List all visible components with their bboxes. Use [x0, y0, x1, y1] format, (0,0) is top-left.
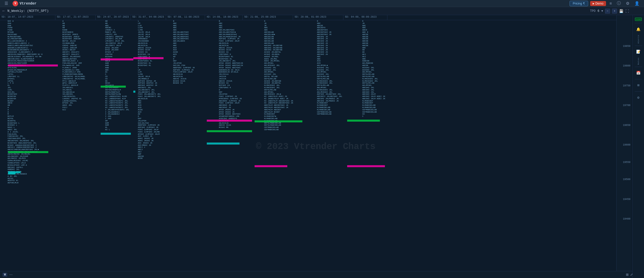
price-label-19850: 19850 — [623, 45, 630, 48]
bell-icon: 🔔 — [636, 27, 640, 31]
settings-icon-btn[interactable]: ⚙ — [634, 94, 642, 102]
tpo-dropdown[interactable]: ▼ — [601, 10, 603, 13]
secondary-left: ← N_Weekly: (NIFTY_SPT) — [0, 9, 590, 13]
mp-column-6: B ABC ABC ABC ABCJKLABCFGHI ABCJKLABCFGH… — [219, 20, 243, 129]
poc-bar-5 — [207, 120, 252, 122]
grid-view-button[interactable]: ⊞ — [626, 273, 629, 276]
w-badge: W — [3, 273, 7, 277]
poc-bar-9 — [347, 120, 380, 122]
secondary-right: TPO 6 ▼ − + 💾 ⛶ — [590, 9, 644, 14]
grid-icon-btn[interactable]: ⊞ — [634, 81, 642, 89]
demo-button[interactable]: Demo — [590, 1, 606, 6]
cal-icon: 📅 — [636, 71, 640, 75]
tpo-value: 6 — [597, 9, 599, 13]
price-label-19400: 19400 — [623, 218, 630, 220]
mp-column-7: K JK JK ABC ABC ABCDELAB ABCDELAB● ABCDE… — [264, 20, 293, 131]
divider-2 — [635, 46, 642, 46]
time-section-8: 5D: 04-09_ 08-09-2023 — [343, 15, 387, 20]
hamburger-button[interactable]: ☰ — [3, 1, 10, 6]
top-nav-bar: ☰ V Vtrender Pricing ₹ Demo ≡ ⓘ ⚙ 👤 — [0, 0, 644, 7]
vah-bar-7 — [255, 165, 287, 167]
val-bar-3 — [133, 91, 135, 93]
nav-right: Pricing ₹ Demo ≡ ⓘ ⚙ 👤 — [570, 0, 644, 7]
price-label-19650: 19650 — [623, 124, 630, 127]
price-label-19500: 19500 — [623, 178, 630, 181]
grid-icon: ⊞ — [637, 83, 639, 87]
price-label-19700: 19700 — [623, 104, 630, 107]
mp-column-2: A AB AB AB KAAB BCDFGKBCD BCDFGHI JKBCD … — [62, 20, 85, 111]
poc-bar-7 — [255, 120, 302, 122]
time-section-5: 4D: 14-08_ 18-08-2023 — [205, 15, 243, 20]
alerts-icon[interactable]: 🔔 — [634, 25, 642, 33]
vah-bar-1 — [8, 151, 48, 153]
logo-text: Vtrender — [20, 2, 36, 6]
back-button[interactable]: ← — [3, 9, 5, 13]
mp-column-1: GHI A GHA GAB FGAB FGAB MFGAB MACEFABC B… — [8, 20, 43, 184]
divider-4 — [635, 79, 642, 79]
val-bar-1b — [8, 172, 16, 175]
notes-icon[interactable]: 📝 — [634, 48, 642, 56]
price-label-19600: 19600 — [623, 144, 630, 146]
vah-bar-5 — [207, 130, 252, 132]
price-label-19800: 19800 — [623, 64, 630, 67]
mp-column-5: B ABC ABC ABC ABC ABCJKLABCFGHI ABCJKLAB… — [173, 20, 195, 84]
chart-title: N_Weekly: (NIFTY_SPT) — [8, 9, 49, 13]
secondary-bar: ← N_Weekly: (NIFTY_SPT) TPO 6 ▼ − + 💾 ⛶ — [0, 7, 644, 15]
mp-column-9: K JK ABC ABC ABCD ABC E ABCDE ABCDE ABCD… — [362, 20, 385, 118]
dots-menu-button[interactable]: ⋯ — [9, 273, 13, 276]
calendar-icon[interactable]: 📅 — [634, 69, 642, 77]
tpo-plus-button[interactable]: + — [612, 9, 617, 14]
tpo-label: TPO — [590, 9, 596, 13]
time-section-0: 5D: 10-07_ 14-07-2023 — [0, 15, 55, 20]
bottom-bar: W ⋯ ⊞ ⤢ ⊡ ✕ — [0, 271, 644, 278]
val-bar-2 — [101, 133, 131, 135]
save-button[interactable]: 💾 — [619, 9, 623, 13]
tpo-minus-button[interactable]: − — [605, 9, 610, 14]
mp-column-3: AB AB ABC ABCBC LMABCI J MABCI JKL LMACF… — [105, 20, 129, 131]
menu-icon-button[interactable]: ≡ — [608, 1, 613, 6]
notepad-icon: 📝 — [636, 50, 640, 54]
info-icon-button[interactable]: ⓘ — [615, 0, 622, 7]
vah-bar-9 — [347, 165, 385, 167]
price-label-19450: 19450 — [623, 198, 630, 201]
vah-bar-2 — [101, 86, 126, 88]
pricing-button[interactable]: Pricing ₹ — [570, 1, 588, 6]
bottom-left: W ⋯ — [3, 273, 13, 277]
gear-icon: ⚙ — [637, 95, 639, 100]
poc-bar-1 — [8, 64, 58, 66]
time-section-6: 5D: 21-08_ 25-08-2023 — [243, 15, 293, 20]
watermark: © 2023 Vtrender Charts — [256, 142, 375, 152]
divider-1 — [635, 23, 642, 23]
time-section-2: 5D: 24-07_ 28-07-2023 — [96, 15, 131, 20]
chart-area: 5D: 10-07_ 14-07-20235D: 17-07_ 21-07-20… — [0, 15, 631, 278]
nav-left: ☰ V Vtrender — [0, 1, 36, 6]
val-bar-5 — [207, 143, 239, 145]
divider-3 — [635, 67, 642, 67]
expand-button[interactable]: ⛶ — [625, 9, 629, 13]
poc-bar-2 — [101, 58, 133, 60]
right-sidebar: Live 🔔 Alerts 📝 Notes 📅 ⊞ ⚙ — [632, 15, 644, 278]
divider-5 — [635, 91, 642, 92]
time-section-7: 5D: 28-08_ 01-09-2023 — [293, 15, 343, 20]
time-section-4: 5D: 07-08_ 11-08-2023 — [166, 15, 205, 20]
time-section-1: 5D: 17-07_ 21-07-2023 — [55, 15, 96, 20]
time-section-3: 5D: 31-07_ 04-08-2023 — [131, 15, 166, 20]
time-header: 5D: 10-07_ 14-07-20235D: 17-07_ 21-07-20… — [0, 15, 631, 20]
notes-label: Notes — [637, 57, 639, 65]
settings-icon-button[interactable]: ⚙ — [624, 1, 631, 6]
price-label-19750: 19750 — [623, 84, 630, 87]
price-label-19550: 19550 — [623, 161, 630, 164]
logo-icon: V — [13, 1, 18, 6]
user-icon-button[interactable]: 👤 — [633, 1, 641, 6]
logo-area: V Vtrender — [13, 1, 36, 6]
live-badge: Live — [635, 18, 642, 21]
alerts-label: Alerts — [637, 35, 639, 44]
price-axis: 1985019800197501970019650196001955019500… — [616, 15, 631, 278]
mp-column-4: L LM LLM LLMA LLMA JKLMI JKLA JKLMI JKLA… — [138, 20, 161, 160]
poc-bar-3 — [133, 57, 164, 59]
mp-column-8: K ABC ABCDE ABCDEFG ABCDEFGHI ABCDEFGHI … — [317, 20, 342, 115]
